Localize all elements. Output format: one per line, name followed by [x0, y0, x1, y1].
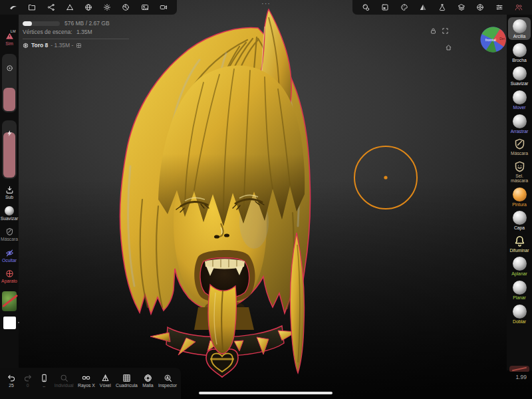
label: Doblar — [513, 319, 526, 324]
label: Pintura — [512, 202, 527, 207]
device-button[interactable]: .. — [38, 374, 50, 388]
sim-label: Sim — [5, 41, 13, 46]
rail-overflow-tab[interactable] — [509, 366, 529, 372]
tool-pintura[interactable]: Pintura — [508, 186, 531, 208]
right-rail: ArcillaBrochaSuavizarMoverArrastrarMásca… — [507, 15, 532, 370]
label: Aparato — [1, 279, 17, 283]
label: Rayos X — [78, 383, 95, 388]
sim-button[interactable]: LM Sim — [5, 32, 14, 46]
gizmo-right-label: Der.. — [499, 37, 506, 41]
redo-button[interactable]: 0 — [22, 374, 34, 388]
label: Planar — [513, 295, 526, 300]
label: Difuminar — [509, 248, 529, 253]
object-row[interactable]: Toro 8 - 1.35M - — [23, 42, 129, 49]
tool-aplanar[interactable]: Aplanar — [508, 255, 531, 277]
app-logo-icon[interactable] — [7, 1, 19, 13]
share-nodes-icon[interactable] — [45, 1, 57, 13]
community-icon[interactable] — [513, 1, 525, 13]
object-name: Toro 8 — [31, 42, 48, 49]
label: Arcilla — [513, 34, 526, 39]
label: Suavizar — [511, 81, 528, 86]
suavizar-button[interactable]: Suavizar — [0, 206, 19, 221]
ocultar-button[interactable]: Ocultar — [0, 249, 19, 263]
mascara-button[interactable]: Máscara — [0, 227, 19, 241]
brush-cursor — [354, 146, 417, 209]
intensity-slider[interactable] — [2, 120, 17, 179]
object-icon — [23, 43, 29, 49]
tool-suavizar[interactable]: Suavizar — [508, 65, 531, 87]
top-right-toolbar — [352, 0, 532, 15]
label: Ocultar — [2, 258, 17, 263]
lock-icon[interactable] — [430, 25, 437, 37]
palette-icon[interactable] — [398, 1, 410, 13]
label: Arrastrar — [511, 129, 528, 134]
app-screen: { "system": { "multitask_dots": "···", "… — [0, 0, 532, 399]
tool-arrastrar[interactable]: Arrastrar — [508, 112, 531, 135]
topology-pyramid-icon[interactable] — [417, 1, 429, 13]
tool-brocha[interactable]: Brocha — [508, 41, 531, 64]
image-export-icon[interactable] — [139, 1, 151, 13]
viewport-canvas[interactable] — [0, 0, 532, 399]
divider — [23, 39, 129, 39]
expand-icon[interactable] — [442, 25, 449, 37]
tool-planar[interactable]: Planar — [508, 279, 531, 301]
label: 0 — [27, 383, 29, 388]
environment-icon[interactable] — [82, 1, 94, 13]
label: Capa — [514, 225, 525, 230]
falloff-slider[interactable] — [2, 54, 17, 112]
matcap-material-icon[interactable] — [360, 1, 372, 13]
xray-button[interactable]: Rayos X — [78, 374, 95, 388]
camera-icon[interactable] — [158, 1, 170, 13]
individual-button[interactable]: Individual — [55, 374, 74, 388]
label: Brocha — [512, 58, 527, 63]
color-swatch[interactable] — [3, 317, 16, 329]
tool-capa[interactable]: Capa — [508, 209, 531, 231]
label: Aplanar — [511, 271, 527, 276]
vertices-label: Vértices de escena: — [23, 29, 72, 35]
aparato-button[interactable]: Aparato — [0, 269, 19, 283]
tool-mover[interactable]: Mover — [508, 88, 531, 111]
undo-button[interactable]: 25 — [5, 374, 17, 388]
object-detail: - 1.35M - — [51, 42, 73, 49]
experimental-flask-icon[interactable] — [436, 1, 448, 13]
label: Sub — [5, 195, 13, 200]
render-icon[interactable] — [120, 1, 132, 13]
tool-doblar[interactable]: Doblar — [508, 303, 531, 325]
scene-mesh-icon[interactable] — [64, 1, 76, 13]
label: Vóxel — [100, 383, 111, 388]
orientation-gizmo[interactable]: frontal Der.. — [479, 26, 507, 53]
zoom-level: 1.99 — [515, 374, 527, 380]
inspector-button[interactable]: Inspector — [158, 374, 177, 388]
material-preview[interactable] — [2, 291, 17, 311]
label: Máscara — [1, 237, 18, 241]
layers-icon[interactable] — [456, 1, 467, 13]
sub-button[interactable]: Sub — [0, 186, 19, 200]
label: 25 — [9, 383, 14, 388]
tool-sel-mascara[interactable]: Sel. máscara — [508, 158, 531, 184]
files-icon[interactable] — [26, 1, 38, 13]
background-frame-icon[interactable] — [379, 1, 391, 13]
label: .. — [43, 383, 45, 388]
label: Sel. máscara — [508, 174, 531, 183]
camera-settings-icon[interactable] — [474, 1, 486, 13]
settings-sliders-icon[interactable] — [493, 1, 505, 13]
vertices-value: 1.35M — [76, 29, 92, 35]
label: Cuadrícula — [116, 383, 138, 388]
home-icon[interactable] — [445, 42, 452, 54]
object-grid-icon — [76, 43, 82, 49]
tool-mascara[interactable]: Máscara — [508, 136, 531, 157]
tool-arcilla[interactable]: Arcilla — [508, 17, 531, 40]
tool-difuminar[interactable]: Difuminar — [508, 233, 531, 254]
label: Suavizar — [1, 216, 18, 221]
home-indicator[interactable] — [199, 392, 332, 394]
grid-button[interactable]: Cuadrícula — [116, 374, 138, 388]
label: Mover — [513, 105, 526, 110]
lighting-icon[interactable] — [101, 1, 113, 13]
memory-text: 576 MB / 2.67 GB — [65, 20, 110, 27]
wireframe-button[interactable]: Malla — [142, 374, 154, 388]
multitask-indicator[interactable]: ··· — [261, 0, 271, 7]
voxel-button[interactable]: Vóxel — [99, 374, 111, 388]
sim-badge: LM — [11, 29, 16, 33]
label: Individual — [55, 383, 74, 388]
bottom-toolbar: 250..IndividualRayos XVóxelCuadrículaMal… — [0, 368, 181, 399]
